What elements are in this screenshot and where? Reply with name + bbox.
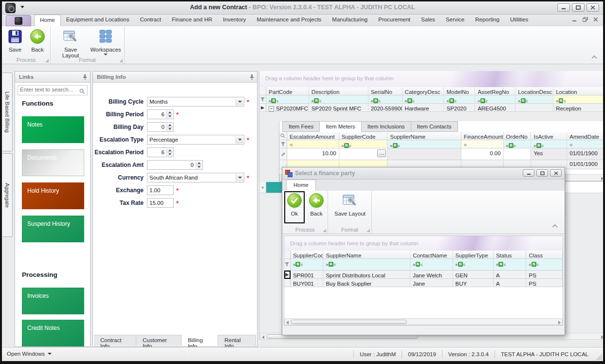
scroll-left-arrow-icon[interactable] xyxy=(286,321,289,325)
column-header-status[interactable]: Status xyxy=(494,251,527,259)
cell-status[interactable]: A xyxy=(494,271,527,279)
table-row[interactable]: ▶ SPR001 Sprint Distributors Local Jane … xyxy=(284,271,563,279)
dialog-maximize-button[interactable] xyxy=(536,169,548,177)
column-header-suppliercode[interactable]: SupplierCode xyxy=(291,251,324,259)
dialog-minimize-button[interactable] xyxy=(523,169,534,177)
column-header-contactname[interactable]: ContactName xyxy=(410,251,453,259)
escalation-amt-spinner[interactable]: 0 xyxy=(147,160,203,170)
scroll-right-arrow-icon[interactable] xyxy=(601,177,604,181)
cell-suppliertype[interactable]: GEN xyxy=(453,271,494,279)
filter-cell[interactable] xyxy=(387,140,461,148)
filter-cell[interactable] xyxy=(339,140,388,148)
pin-icon[interactable] xyxy=(250,74,254,81)
dialog-launcher-icon[interactable] xyxy=(366,228,370,232)
column-header-financeamount[interactable]: FinanceAmount xyxy=(461,132,504,140)
mdi-minimize-button[interactable] xyxy=(572,17,577,22)
column-header-description[interactable]: Description xyxy=(309,87,368,95)
ribbon-collapse-icon[interactable] xyxy=(591,52,597,61)
back-button[interactable]: Back xyxy=(26,28,49,53)
cell-status[interactable]: A xyxy=(494,279,527,287)
column-header-escalationamount[interactable]: EscalationAmount xyxy=(287,132,339,140)
hold-history-button[interactable]: Hold History xyxy=(22,182,84,209)
detail-tab-item-contacts[interactable]: Item Contacts xyxy=(411,121,458,132)
pin-icon[interactable] xyxy=(83,74,87,81)
column-header-amenddate[interactable]: AmendDate xyxy=(567,132,605,140)
search-icon[interactable] xyxy=(79,88,85,96)
cell-assetregno[interactable]: AREG4500 xyxy=(475,104,515,112)
spin-down-icon[interactable] xyxy=(166,152,173,157)
cell-suppliercode[interactable]: BUY001 xyxy=(291,279,324,287)
dialog-tab-home[interactable]: Home xyxy=(286,180,316,191)
group-by-hint[interactable]: Drag a column header here to group by th… xyxy=(259,71,605,87)
escalation-period-spinner[interactable]: 6 xyxy=(147,147,174,157)
search-input[interactable] xyxy=(20,87,77,92)
application-menu-button[interactable] xyxy=(6,15,31,26)
equals-filter-cell[interactable] xyxy=(461,140,504,148)
dialog-back-button[interactable]: Back xyxy=(307,192,326,217)
scroll-left-arrow-icon[interactable] xyxy=(262,335,264,339)
invoices-button[interactable]: Invoices xyxy=(22,288,84,314)
scroll-right-arrow-icon[interactable] xyxy=(601,335,604,339)
credit-notes-button[interactable]: Credit Notes xyxy=(22,320,84,346)
ribbon-tab-home[interactable]: Home xyxy=(34,15,61,26)
spin-down-icon[interactable] xyxy=(166,114,173,119)
spin-down-icon[interactable] xyxy=(196,165,202,169)
tab-rental-info[interactable]: Rental Info xyxy=(218,335,256,346)
documents-button[interactable]: Documents xyxy=(22,149,84,176)
spin-down-icon[interactable] xyxy=(166,127,173,131)
minimize-button[interactable] xyxy=(557,3,570,12)
cell-categorydesc[interactable]: Hardware xyxy=(403,104,444,112)
filter-cell[interactable] xyxy=(368,95,403,104)
ribbon-tab-sales[interactable]: Sales xyxy=(416,15,440,26)
filter-cell[interactable] xyxy=(453,259,494,271)
cell-financeamount[interactable]: 0.00 xyxy=(461,148,504,160)
equals-filter-cell[interactable] xyxy=(287,140,339,148)
escalation-type-select[interactable]: Percentage xyxy=(147,135,244,145)
filter-cell[interactable] xyxy=(494,259,527,271)
scroll-thumb[interactable] xyxy=(291,320,407,324)
column-header-categorydesc[interactable]: CategoryDesc xyxy=(403,87,444,95)
cell-suppliername[interactable]: Sprint Distributors Local xyxy=(323,271,410,279)
cell-locationdesc[interactable] xyxy=(515,104,553,112)
spin-up-icon[interactable] xyxy=(196,161,202,165)
vertical-tab-life-based-billing[interactable]: Life Based Billing xyxy=(2,73,13,151)
equals-filter-cell[interactable] xyxy=(567,140,605,148)
chevron-down-icon[interactable] xyxy=(236,174,243,182)
cell-serialno[interactable]: 2020-559900 xyxy=(368,104,403,112)
ribbon-tab-reporting[interactable]: Reporting xyxy=(470,15,505,26)
ribbon-collapse-icon[interactable] xyxy=(552,221,558,230)
table-row[interactable]: ▶ SP2020MFC SP2020 Sprint MFC 2020-55990… xyxy=(259,104,605,112)
column-header-class[interactable]: Class xyxy=(526,251,563,259)
filter-cell[interactable] xyxy=(526,259,563,271)
dialog-close-button[interactable] xyxy=(550,169,562,177)
workspaces-button[interactable]: Workspaces xyxy=(90,28,122,55)
column-header-locationdesc[interactable]: LocationDesc xyxy=(515,87,553,95)
ribbon-tab-inventory[interactable]: Inventory xyxy=(218,15,251,26)
close-button[interactable] xyxy=(587,3,599,12)
filter-cell[interactable] xyxy=(291,259,324,271)
filter-cell[interactable] xyxy=(403,95,444,104)
filter-cell[interactable] xyxy=(444,95,475,104)
filter-cell[interactable] xyxy=(504,140,532,148)
tab-customer-info[interactable]: Customer Info xyxy=(136,335,182,346)
tab-billing-info[interactable]: Billing Info xyxy=(182,335,218,346)
ribbon-tab-manufacturing[interactable]: Manufacturing xyxy=(327,15,373,26)
filter-cell[interactable] xyxy=(515,95,553,104)
cell-class[interactable]: PS xyxy=(526,271,563,279)
ribbon-tab-finance-and-hr[interactable]: Finance and HR xyxy=(166,15,218,26)
cell-suppliername[interactable] xyxy=(387,148,461,160)
currency-select[interactable]: South African Rand xyxy=(147,173,244,182)
notes-button[interactable]: Notes xyxy=(22,116,84,143)
filter-cell[interactable] xyxy=(553,95,605,104)
maximize-button[interactable] xyxy=(572,3,585,12)
spin-up-icon[interactable] xyxy=(166,123,173,127)
ribbon-tab-service[interactable]: Service xyxy=(440,15,470,26)
ribbon-tab-procurement[interactable]: Procurement xyxy=(373,15,416,26)
column-header-serialno[interactable]: SerialNo xyxy=(368,87,403,95)
vertical-tab-aggregate[interactable]: Aggregate xyxy=(2,153,13,237)
detail-tab-item-inclusions[interactable]: Item Inclusions xyxy=(362,121,411,132)
save-layout-button[interactable]: Save Layout xyxy=(55,28,86,58)
detail-tab-item-fees[interactable]: Item Fees xyxy=(282,121,320,132)
ellipsis-lookup-button[interactable] xyxy=(377,149,386,157)
suspend-history-button[interactable]: Suspend History xyxy=(22,216,84,242)
